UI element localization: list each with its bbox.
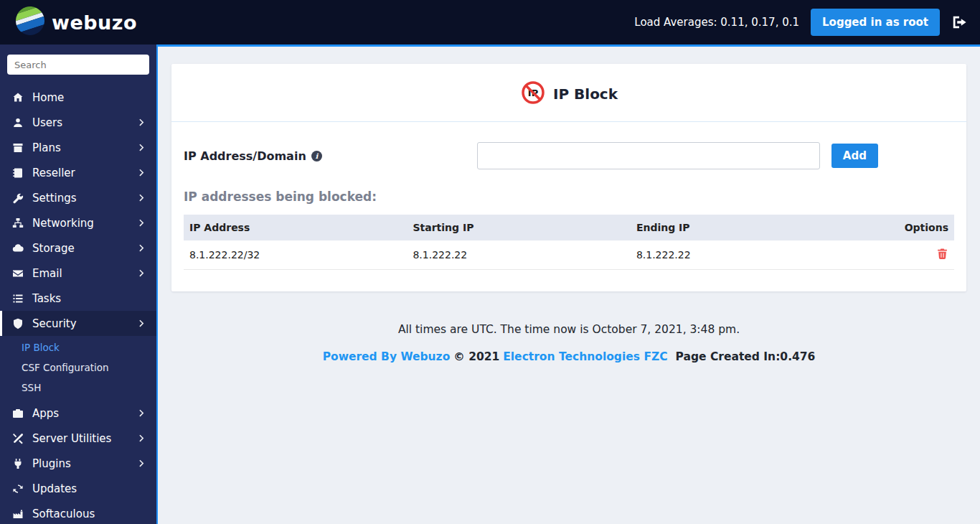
sidebar-item-label: Plans: [32, 141, 61, 154]
ip-block-card: IP IP Block IP Address/Domain i Add IP a…: [171, 64, 966, 291]
sidebar-item-label: Updates: [32, 482, 77, 495]
list-icon: [11, 293, 24, 304]
sidebar-item-settings[interactable]: Settings: [0, 185, 156, 210]
sidebar-item-label: Server Utilities: [32, 432, 111, 445]
ip-address-domain-label: IP Address/Domain i: [184, 149, 322, 163]
sidebar-item-server-utilities[interactable]: Server Utilities: [0, 426, 156, 451]
cell-ending-ip: 8.1.222.22: [631, 240, 877, 270]
tools-icon: [11, 433, 24, 444]
sidebar-item-updates[interactable]: Updates: [0, 476, 156, 501]
copyright-text: © 2021: [453, 350, 499, 363]
chevron-right-icon: [137, 218, 146, 228]
softaculous-icon: [11, 508, 24, 520]
add-button[interactable]: Add: [831, 144, 878, 168]
sidebar-item-label: Email: [32, 267, 62, 280]
chevron-right-icon: [137, 243, 146, 253]
info-icon[interactable]: i: [311, 151, 322, 162]
chevron-right-icon: [137, 168, 146, 177]
brand-name: webuzo: [52, 11, 137, 34]
ip-address-domain-text: IP Address/Domain: [184, 149, 306, 163]
sidebar: Home Users Plans Reseller Settings: [0, 45, 158, 524]
delete-ip-trash-icon[interactable]: [936, 248, 948, 260]
reseller-icon: [11, 167, 24, 179]
sidebar-item-storage[interactable]: Storage: [0, 235, 156, 261]
ip-block-ban-icon: IP: [520, 80, 546, 108]
logged-in-as-root-button[interactable]: Logged in as root: [811, 9, 940, 36]
blocked-list-heading: IP addresses being blocked:: [184, 190, 954, 204]
sidebar-item-home[interactable]: Home: [0, 85, 156, 110]
webuzo-logo-icon: [14, 5, 46, 39]
wrench-icon: [11, 192, 24, 204]
sidebar-item-networking[interactable]: Networking: [0, 210, 156, 235]
sidebar-item-label: Softaculous: [32, 507, 95, 520]
sidebar-item-label: Reseller: [32, 167, 75, 179]
page-created-text: Page Created In:0.476: [676, 350, 816, 363]
envelope-icon: [11, 268, 24, 279]
chevron-right-icon: [137, 408, 146, 418]
home-icon: [11, 92, 24, 103]
powered-by-webuzo-link[interactable]: Powered By Webuzo: [323, 350, 451, 363]
shield-icon: [11, 318, 24, 329]
col-header-ending-ip: Ending IP: [631, 215, 877, 240]
main-content: IP IP Block IP Address/Domain i Add IP a…: [158, 45, 980, 524]
sidebar-item-label: Apps: [32, 407, 59, 420]
sidebar-item-label: Users: [32, 116, 62, 129]
sidebar-item-label: Home: [32, 91, 64, 104]
chevron-right-icon: [137, 319, 146, 328]
topbar: webuzo Load Averages: 0.11, 0.17, 0.1 Lo…: [0, 0, 980, 45]
electron-technologies-link[interactable]: Electron Technologies FZC: [503, 350, 667, 363]
submenu-item-ip-block[interactable]: IP Block: [0, 337, 156, 357]
sidebar-item-tasks[interactable]: Tasks: [0, 286, 156, 311]
blocked-ips-table: IP Address Starting IP Ending IP Options…: [184, 215, 954, 270]
briefcase-icon: [11, 408, 24, 419]
table-row: 8.1.222.22/32 8.1.222.22 8.1.222.22: [184, 240, 954, 270]
chevron-right-icon: [137, 434, 146, 443]
plug-icon: [11, 458, 24, 469]
submenu-item-ssh[interactable]: SSH: [0, 378, 156, 398]
col-header-starting-ip: Starting IP: [407, 215, 630, 240]
sidebar-item-label: Plugins: [32, 457, 71, 470]
sidebar-item-email[interactable]: Email: [0, 261, 156, 286]
sidebar-item-label: Settings: [32, 192, 77, 205]
sidebar-item-plans[interactable]: Plans: [0, 135, 156, 160]
cell-starting-ip: 8.1.222.22: [407, 240, 630, 270]
load-averages: Load Averages: 0.11, 0.17, 0.1: [634, 16, 799, 29]
time-note: All times are UTC. The time now is Octob…: [158, 323, 980, 336]
table-header-row: IP Address Starting IP Ending IP Options: [184, 215, 954, 240]
sidebar-item-label: Networking: [32, 217, 94, 230]
chevron-right-icon: [137, 459, 146, 468]
security-submenu: IP Block CSF Configuration SSH: [0, 337, 156, 398]
footer-credits: Powered By Webuzo © 2021 Electron Techno…: [158, 350, 980, 363]
card-header: IP IP Block: [171, 64, 966, 122]
sidebar-item-label: Tasks: [32, 292, 61, 305]
user-icon: [11, 117, 24, 128]
sidebar-item-apps[interactable]: Apps: [0, 401, 156, 426]
col-header-options: Options: [877, 215, 954, 240]
webuzo-logo[interactable]: webuzo: [14, 5, 137, 39]
logout-icon[interactable]: [951, 14, 967, 30]
sidebar-item-users[interactable]: Users: [0, 110, 156, 135]
search-input[interactable]: [7, 55, 149, 75]
sidebar-item-label: Storage: [32, 242, 75, 255]
chevron-right-icon: [137, 143, 146, 152]
sidebar-item-label: Security: [32, 317, 77, 330]
sidebar-item-security[interactable]: Security: [0, 311, 156, 336]
page-title: IP Block: [553, 85, 618, 103]
chevron-right-icon: [137, 268, 146, 278]
ip-address-input[interactable]: [477, 142, 820, 169]
submenu-item-csf-configuration[interactable]: CSF Configuration: [0, 357, 156, 378]
chevron-right-icon: [137, 118, 146, 127]
sync-icon: [11, 483, 24, 495]
plans-icon: [11, 142, 24, 154]
col-header-ip-address: IP Address: [184, 215, 407, 240]
sidebar-item-softaculous[interactable]: Softaculous: [0, 501, 156, 524]
sitemap-icon: [11, 217, 24, 229]
cloud-icon: [11, 243, 24, 254]
ip-form-row: IP Address/Domain i Add: [171, 122, 966, 169]
sidebar-item-reseller[interactable]: Reseller: [0, 160, 156, 185]
sidebar-item-plugins[interactable]: Plugins: [0, 451, 156, 476]
chevron-right-icon: [137, 193, 146, 202]
cell-ip-address: 8.1.222.22/32: [184, 240, 407, 270]
